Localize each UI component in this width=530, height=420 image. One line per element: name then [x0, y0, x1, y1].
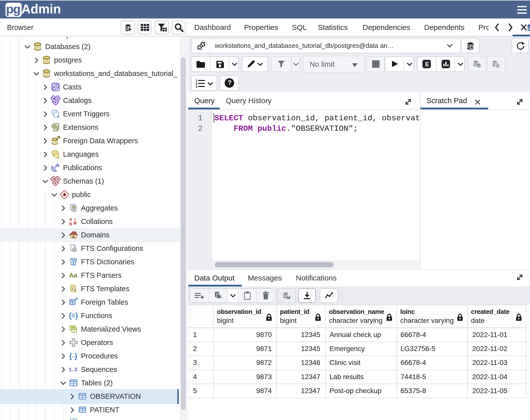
svg-text:3: 3 [196, 85, 197, 88]
svg-text:E: E [425, 61, 429, 68]
svg-text:}: } [75, 311, 78, 320]
svg-text:Aa: Aa [69, 272, 77, 279]
svg-text:}: } [74, 352, 77, 360]
svg-text:?: ? [228, 79, 232, 86]
svg-text:{: { [69, 311, 72, 320]
svg-text:1..3: 1..3 [69, 367, 77, 372]
svg-text:{: { [69, 352, 72, 360]
svg-text:A: A [69, 217, 72, 222]
svg-text:B: B [69, 222, 72, 226]
